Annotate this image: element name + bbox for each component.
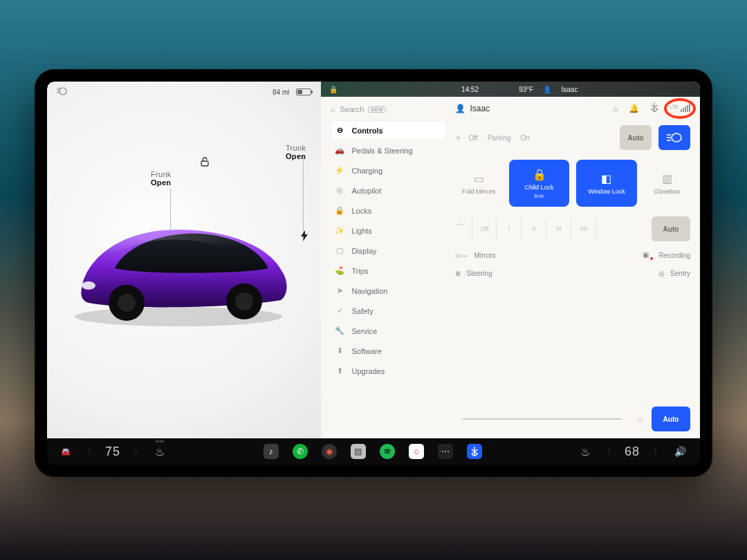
driver-seat-heat[interactable]: Auto♨: [155, 445, 165, 458]
status-bar: 🔒 14:52 93°F 👤 Isaac: [321, 82, 700, 97]
headlight-status-icon: [57, 87, 69, 97]
menu-item-controls[interactable]: ⊖Controls: [331, 120, 447, 140]
tablet-frame: 84 mi FrunkOpen TrunkOpen: [35, 69, 712, 477]
lock-icon: 🔒: [329, 86, 338, 93]
volume-icon[interactable]: 🔊: [674, 446, 686, 457]
svg-point-6: [82, 281, 95, 290]
menu-icon: 🚗: [335, 146, 344, 155]
frunk-label[interactable]: FrunkOpen: [151, 170, 172, 187]
battery-icon: [296, 88, 311, 95]
notifications-icon[interactable]: 🔔: [629, 104, 639, 113]
homelink-icon[interactable]: ⌂: [613, 104, 618, 113]
sentry-icon: ◎: [658, 270, 665, 277]
bluetooth-icon[interactable]: [650, 102, 658, 114]
steering-icon: ⊕: [455, 270, 461, 277]
menu-icon: ✨: [335, 226, 344, 235]
phone-app-icon[interactable]: ✆: [293, 444, 308, 459]
menu-item-charging[interactable]: ⚡Charging: [331, 160, 447, 180]
wiper-segment[interactable]: Off III IIIIIII: [472, 218, 596, 240]
search-field[interactable]: ⌕ Search NEW: [331, 104, 447, 120]
music-app-icon[interactable]: ♪: [264, 444, 279, 459]
brightness-icon: ☼: [636, 413, 645, 424]
bottom-dock: 🚘 〈 75 〉 Auto♨ ♪ ✆ ◉ ▤ ♫ ⋯ ♨ 〈 68 〉 🔊: [47, 438, 700, 465]
sentry-mode[interactable]: ◎ Sentry: [658, 270, 690, 277]
svg-point-12: [672, 133, 681, 142]
range-value: 84 mi: [273, 88, 289, 96]
window-lock-icon: ◧: [601, 172, 611, 185]
menu-icon: ◎: [335, 186, 344, 195]
menu-item-autopilot[interactable]: ◎Autopilot: [331, 180, 447, 200]
bluetooth-app-icon[interactable]: [467, 444, 482, 459]
settings-menu: ⌕ Search NEW ⊖Controls🚗Pedals & Steering…: [321, 97, 452, 438]
menu-item-pedals-steering[interactable]: 🚗Pedals & Steering: [331, 140, 447, 160]
unlock-icon[interactable]: [199, 156, 210, 169]
outside-temp: 93°F: [519, 86, 533, 93]
menu-item-safety[interactable]: ✓Safety: [331, 301, 447, 321]
vehicle-render: [61, 206, 296, 330]
passenger-temp[interactable]: 68: [625, 445, 640, 459]
temp-left-down[interactable]: 〈: [84, 447, 91, 456]
menu-item-navigation[interactable]: ➤Navigation: [331, 281, 447, 301]
menu-icon: 🔒: [335, 206, 344, 215]
child-lock-icon: 🔒: [533, 168, 546, 181]
menu-icon: ➤: [335, 286, 344, 295]
menu-icon: ⛳: [335, 266, 344, 275]
temp-right-up[interactable]: 〉: [654, 447, 661, 456]
menu-item-service[interactable]: 🔧Service: [331, 321, 447, 341]
adjust-steering[interactable]: ⊕ Steering: [455, 270, 492, 277]
menu-icon: ✓: [335, 306, 344, 315]
wiper-auto-button[interactable]: Auto: [652, 216, 690, 241]
svg-rect-0: [201, 161, 208, 166]
profile-name-top: Isaac: [561, 86, 578, 93]
brightness-auto-button[interactable]: Auto: [652, 407, 690, 431]
dashcam-recording[interactable]: ▣ Recording: [643, 251, 690, 260]
manual-app-icon[interactable]: ▤: [351, 444, 366, 459]
menu-item-upgrades[interactable]: ⬆Upgrades: [331, 361, 447, 381]
camera-app-icon[interactable]: ◉: [322, 444, 337, 459]
spotify-app-icon[interactable]: [380, 444, 395, 459]
svg-rect-8: [683, 108, 684, 112]
menu-icon: ▢: [335, 246, 344, 255]
passenger-seat-heat[interactable]: ♨: [580, 445, 590, 458]
fold-mirrors-tile[interactable]: ▭ Fold Mirrors: [455, 160, 501, 207]
svg-rect-9: [685, 106, 686, 112]
lights-segment[interactable]: Off Parking On: [468, 134, 613, 142]
lights-icon: ☀: [455, 134, 461, 142]
brightness-slider[interactable]: [462, 418, 622, 420]
apple-music-app-icon[interactable]: ♫: [409, 444, 424, 459]
car-app-icon[interactable]: 🚘: [61, 447, 71, 456]
cellular-signal-icon[interactable]: LTE: [670, 104, 690, 113]
menu-item-display[interactable]: ▢Display: [331, 241, 447, 261]
driver-temp[interactable]: 75: [105, 445, 120, 459]
headlights-button[interactable]: [658, 125, 690, 150]
search-icon: ⌕: [331, 105, 335, 113]
glovebox-icon: ▥: [662, 172, 672, 185]
new-badge: NEW: [368, 106, 386, 113]
charge-bolt-icon: [300, 230, 308, 243]
child-lock-tile[interactable]: 🔒 Child Lock Both: [509, 160, 569, 207]
menu-item-trips[interactable]: ⛳Trips: [331, 261, 447, 281]
temp-left-up[interactable]: 〉: [134, 447, 141, 456]
menu-item-software[interactable]: ⬇Software: [331, 341, 447, 361]
vehicle-panel: 84 mi FrunkOpen TrunkOpen: [47, 82, 321, 438]
all-apps-icon[interactable]: ⋯: [438, 444, 453, 459]
controls-panel: 🔒 14:52 93°F 👤 Isaac ⌕ Search: [321, 82, 700, 438]
menu-icon: ⬇: [335, 346, 344, 355]
window-lock-tile[interactable]: ◧ Window Lock: [576, 160, 636, 207]
touchscreen: 84 mi FrunkOpen TrunkOpen: [47, 82, 700, 465]
wiper-icon: ⌒: [455, 223, 465, 235]
profile-selector[interactable]: 👤 Isaac: [455, 104, 490, 113]
profile-icon: 👤: [543, 86, 551, 93]
menu-icon: ⬆: [335, 366, 344, 375]
adjust-mirrors[interactable]: ▭↔ Mirrors: [455, 251, 495, 260]
svg-point-5: [235, 292, 253, 310]
menu-item-lights[interactable]: ✨Lights: [331, 221, 447, 241]
temp-right-down[interactable]: 〈: [604, 447, 611, 456]
lights-auto-button[interactable]: Auto: [620, 125, 652, 150]
glovebox-tile[interactable]: ▥ Glovebox: [644, 160, 690, 207]
clock: 14:52: [461, 86, 479, 93]
mirror-icon: ▭: [474, 172, 484, 185]
controls-content: 👤 Isaac ⌂ 🔔 LTE: [452, 97, 700, 438]
svg-rect-10: [687, 105, 688, 112]
menu-item-locks[interactable]: 🔒Locks: [331, 200, 447, 221]
